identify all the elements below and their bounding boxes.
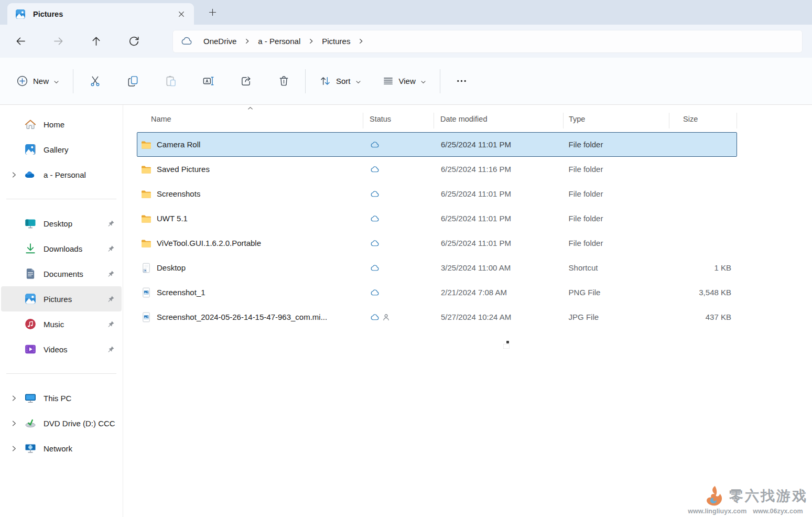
chevron-down-icon bbox=[420, 79, 426, 85]
type-cell: File folder bbox=[564, 165, 669, 174]
refresh-icon bbox=[128, 36, 139, 47]
Saved Pictures-button[interactable]: Saved Pictures 6/25/2024 11:16 PM File f… bbox=[137, 157, 737, 181]
delete-button[interactable] bbox=[269, 70, 298, 93]
folder-icon bbox=[141, 164, 151, 175]
sidebar-item-home[interactable]: Home bbox=[1, 112, 122, 137]
column-header-date-modified[interactable]: Date modified bbox=[434, 115, 564, 123]
music-icon bbox=[25, 318, 36, 330]
file-name: Camera Roll bbox=[157, 140, 200, 149]
cloud-person-icon bbox=[370, 314, 389, 321]
rename-button[interactable] bbox=[193, 70, 223, 93]
copy-button[interactable] bbox=[118, 70, 147, 93]
Screenshots-button[interactable]: Screenshots 6/25/2024 11:01 PM File fold… bbox=[137, 181, 737, 206]
sort-arrows-icon bbox=[319, 75, 331, 87]
column-header-size[interactable]: Size bbox=[669, 115, 737, 123]
expand-chevron-icon[interactable] bbox=[10, 395, 17, 402]
sidebar-item-this-pc[interactable]: This PC bbox=[1, 385, 122, 411]
cloud-icon bbox=[370, 166, 380, 173]
Screenshot_1-button[interactable]: Screenshot_1 2/21/2024 7:08 AM PNG File … bbox=[137, 280, 737, 305]
Desktop-button[interactable]: Desktop 3/25/2024 11:00 AM Shortcut 1 KB bbox=[137, 255, 737, 280]
arrow-left-icon bbox=[15, 36, 26, 47]
date-modified-cell: 2/21/2024 7:08 AM bbox=[434, 288, 564, 297]
paste-icon bbox=[165, 75, 177, 87]
sidebar-item-network[interactable]: Network bbox=[1, 436, 122, 461]
cut-button[interactable] bbox=[80, 70, 110, 93]
breadcrumb-link[interactable]: Pictures bbox=[318, 35, 354, 48]
breadcrumb-link[interactable]: a - Personal bbox=[254, 35, 305, 48]
sidebar-item-label: Gallery bbox=[44, 145, 122, 154]
new-tab-button[interactable] bbox=[203, 4, 221, 21]
cursor-artifact bbox=[506, 341, 509, 343]
size-cell: 437 KB bbox=[669, 313, 737, 321]
expand-chevron-icon[interactable] bbox=[10, 420, 17, 427]
sidebar-item-label: Documents bbox=[44, 270, 107, 278]
refresh-button[interactable] bbox=[122, 31, 145, 52]
pin-icon bbox=[107, 320, 115, 328]
back-button[interactable] bbox=[9, 31, 32, 52]
column-header-name[interactable]: Name bbox=[137, 115, 363, 123]
file-name: Screenshots bbox=[157, 189, 200, 198]
arrow-up-icon bbox=[91, 36, 102, 47]
edit-buttons bbox=[80, 70, 298, 93]
new-button-label: New bbox=[33, 77, 49, 85]
sidebar-item-gallery[interactable]: Gallery bbox=[1, 137, 122, 162]
column-header-status[interactable]: Status bbox=[363, 115, 434, 123]
chevron-down-icon bbox=[355, 79, 361, 85]
cloud-icon bbox=[370, 141, 380, 148]
chevron-right-icon bbox=[308, 38, 314, 44]
watermark-url-left: www.lingliuyx.com bbox=[688, 508, 746, 515]
new-button[interactable]: New bbox=[9, 70, 66, 93]
sidebar-item-pictures[interactable]: Pictures bbox=[1, 286, 122, 311]
cloud-icon bbox=[370, 190, 380, 198]
expand-chevron-icon[interactable] bbox=[10, 171, 17, 178]
breadcrumb-segment-a-personal: a - Personal bbox=[254, 35, 318, 48]
sidebar-section-bottom: This PC DVD Drive (D:) CCC Network bbox=[0, 385, 123, 461]
sidebar-item-music[interactable]: Music bbox=[1, 311, 122, 337]
cut-icon bbox=[89, 75, 101, 87]
share-button[interactable] bbox=[231, 70, 261, 93]
forward-button[interactable] bbox=[47, 31, 70, 52]
watermark-title: 零六找游戏 bbox=[729, 487, 808, 505]
main-area: Home Gallery a - Personal Desktop Downlo… bbox=[0, 105, 812, 517]
sidebar-item-label: Home bbox=[44, 120, 122, 129]
downloads-icon bbox=[25, 243, 36, 254]
ViVeTool.GUI.1.6.2.0.Portable-button[interactable]: ViVeTool.GUI.1.6.2.0.Portable 6/25/2024 … bbox=[137, 231, 737, 255]
watermark-url-right: www.06zyx.com bbox=[753, 508, 803, 515]
size-cell: 1 KB bbox=[669, 263, 737, 272]
see-more-button[interactable] bbox=[447, 70, 476, 93]
sidebar-item-videos[interactable]: Videos bbox=[1, 337, 122, 362]
breadcrumb-link[interactable]: OneDrive bbox=[199, 35, 241, 48]
watermark-logo-icon bbox=[703, 485, 725, 507]
sidebar-item-label: DVD Drive (D:) CCC bbox=[44, 419, 122, 428]
file-list-area: Name Status Date modified Type Size Came… bbox=[123, 105, 812, 517]
navigation-bar: OneDrive a - Personal Pictures bbox=[0, 25, 812, 58]
tab-close-button[interactable] bbox=[174, 7, 189, 21]
sidebar-item-downloads[interactable]: Downloads bbox=[1, 236, 122, 261]
column-header-type[interactable]: Type bbox=[564, 115, 669, 123]
sidebar-item-label: Music bbox=[44, 320, 107, 329]
size-cell: 3,548 KB bbox=[669, 288, 737, 297]
Camera Roll-button[interactable]: Camera Roll 6/25/2024 11:01 PM File fold… bbox=[137, 132, 737, 157]
name-cell: Screenshot_2024-05-26-14-15-47-963_com.m… bbox=[137, 312, 363, 322]
sidebar-item-a-personal[interactable]: a - Personal bbox=[1, 162, 122, 187]
close-icon bbox=[178, 11, 185, 17]
sidebar-item-documents[interactable]: Documents bbox=[1, 261, 122, 286]
expand-chevron-icon[interactable] bbox=[10, 445, 17, 452]
address-bar[interactable]: OneDrive a - Personal Pictures bbox=[172, 30, 803, 53]
Screenshot_2024-05-26-14-15-47-963_com.mi...-button[interactable]: Screenshot_2024-05-26-14-15-47-963_com.m… bbox=[137, 305, 737, 329]
pictures-tab-icon bbox=[15, 9, 26, 19]
sidebar-item-label: Downloads bbox=[44, 244, 107, 253]
tab-pictures[interactable]: Pictures bbox=[7, 3, 194, 25]
up-button[interactable] bbox=[84, 31, 107, 52]
UWT 5.1-button[interactable]: UWT 5.1 6/25/2024 11:01 PM File folder bbox=[137, 206, 737, 231]
ellipsis-icon bbox=[456, 75, 468, 87]
status-cell bbox=[363, 240, 434, 247]
sort-button[interactable]: Sort bbox=[312, 70, 368, 93]
sidebar-item-desktop[interactable]: Desktop bbox=[1, 211, 122, 236]
documents-icon bbox=[25, 268, 36, 279]
view-button[interactable]: View bbox=[375, 70, 433, 93]
file-rows: Camera Roll 6/25/2024 11:01 PM File fold… bbox=[137, 132, 737, 329]
sidebar-item-dvd-drive-d-ccc[interactable]: DVD Drive (D:) CCC bbox=[1, 411, 122, 436]
paste-button[interactable] bbox=[156, 70, 185, 93]
command-bar: New Sort View bbox=[0, 58, 812, 105]
